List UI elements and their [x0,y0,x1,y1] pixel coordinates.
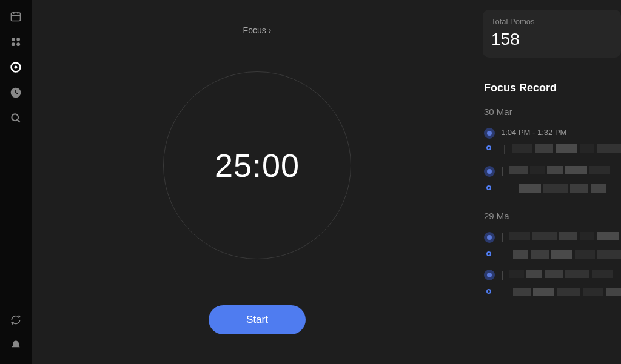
session-marker-icon [484,270,495,280]
focus-mode-selector[interactable]: Focus › [243,25,272,35]
session-marker-icon [484,166,495,177]
clock-icon[interactable] [9,86,22,99]
main-timer-area: Focus › 25:00 Start [32,0,483,364]
total-pomos-card: Total Pomos 158 [483,10,621,58]
focus-label-text: Focus [243,25,266,35]
redacted-content: | [498,232,621,243]
timer-value: 25:00 [215,147,300,184]
focus-session[interactable]: | [498,232,621,243]
notification-icon[interactable] [9,339,22,352]
detail-marker-icon [486,185,491,190]
total-pomos-value: 158 [491,30,613,49]
session-marker-icon [484,232,495,243]
session-time: 1:04 PM - 1:32 PM [498,128,621,137]
svg-rect-0 [12,13,21,21]
focus-session[interactable]: | [498,270,621,280]
detail-marker-icon [486,145,491,150]
record-date: 30 Mar [483,107,621,117]
sidebar [0,0,32,364]
total-pomos-label: Total Pomos [491,17,613,26]
svg-point-6 [12,42,15,46]
timer-circle: 25:00 [163,71,351,259]
apps-icon[interactable] [9,35,22,48]
redacted-content: | [501,144,621,155]
redacted-content [501,250,621,259]
detail-marker-icon [486,251,491,256]
session-marker-icon [484,128,495,139]
svg-point-9 [15,66,18,69]
search-icon[interactable] [9,111,22,125]
timeline-day: | | [483,232,621,296]
focus-session[interactable]: 1:04 PM - 1:32 PM [498,128,621,137]
session-detail [498,288,621,296]
svg-point-10 [12,114,18,121]
redacted-content [501,184,621,193]
svg-point-5 [16,38,20,41]
session-detail: | [498,144,621,155]
svg-line-11 [18,120,20,122]
svg-point-4 [12,38,15,41]
focus-target-icon[interactable] [9,61,22,74]
sync-icon[interactable] [9,313,22,326]
detail-marker-icon [486,289,491,294]
redacted-content [501,288,621,296]
start-button[interactable]: Start [209,305,306,334]
chevron-right-icon: › [269,25,272,35]
session-detail [498,250,621,259]
redacted-content: | [498,166,621,177]
redacted-content: | [498,270,621,280]
calendar-icon[interactable] [9,10,22,23]
right-panel: Total Pomos 158 Focus Record 30 Mar 1:04… [483,0,621,364]
focus-record-title: Focus Record [483,82,621,94]
focus-session[interactable]: | [498,166,621,177]
record-date: 29 Ma [483,211,621,221]
svg-point-7 [16,42,20,46]
session-detail [498,184,621,193]
timeline-day: 1:04 PM - 1:32 PM | | [483,128,621,193]
